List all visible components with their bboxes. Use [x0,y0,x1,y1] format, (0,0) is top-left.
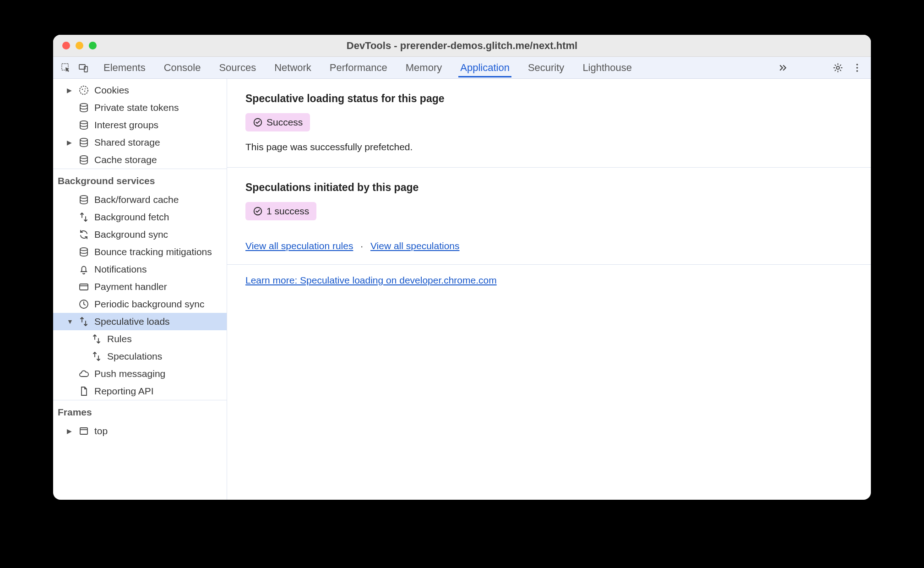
badge-label: 1 success [266,206,309,217]
sidebar-item-label: Back/forward cache [94,194,179,205]
sidebar-item-payment-handler[interactable]: Payment handler [53,278,227,295]
inspect-element-icon[interactable] [59,60,73,75]
database-icon [78,137,90,148]
tab-performance[interactable]: Performance [328,58,389,77]
sidebar-item-rules[interactable]: Rules [53,330,227,348]
sidebar-item-cache-storage[interactable]: Cache storage [53,151,227,169]
sidebar-item-speculations[interactable]: Speculations [53,348,227,365]
bell-icon [78,263,90,275]
sidebar-item-speculative-loads[interactable]: ▼ Speculative loads [53,313,227,330]
view-speculation-rules-link[interactable]: View all speculation rules [245,240,353,251]
sidebar-item-label: Background fetch [94,212,169,223]
sidebar-item-private-state-tokens[interactable]: Private state tokens [53,99,227,116]
status-heading: Speculative loading status for this page [245,93,853,105]
database-icon [78,246,90,258]
database-icon [78,102,90,114]
view-speculations-link[interactable]: View all speculations [370,240,460,251]
sidebar-item-frames-top[interactable]: ▶ top [53,422,227,440]
sidebar-section-frames: Frames [53,400,227,422]
frame-icon [78,425,90,437]
status-description: This page was successfully prefetched. [245,142,853,153]
sidebar-item-label: Payment handler [94,281,167,292]
sidebar-item-reporting-api[interactable]: Reporting API [53,382,227,400]
sidebar-item-label: Bounce tracking mitigations [94,246,212,257]
sidebar-section-background-services: Background services [53,169,227,191]
status-badge: Success [245,113,310,131]
database-icon [78,154,90,166]
sidebar-item-push-messaging[interactable]: Push messaging [53,365,227,382]
sidebar-item-label: Interest groups [94,120,158,131]
speculations-section: Speculations initiated by this page 1 su… [227,168,871,265]
learn-more-link[interactable]: Learn more: Speculative loading on devel… [245,275,497,285]
fetch-icon [91,333,103,345]
sidebar-item-label: top [94,426,108,437]
tab-security[interactable]: Security [526,58,566,77]
learn-more-section: Learn more: Speculative loading on devel… [227,265,871,296]
check-circle-icon [253,117,263,127]
speculations-badge: 1 success [245,202,316,220]
device-toolbar-icon[interactable] [76,60,91,75]
fetch-icon [78,211,90,223]
tab-sources[interactable]: Sources [217,58,258,77]
sidebar-item-bounce-tracking[interactable]: Bounce tracking mitigations [53,243,227,261]
tab-elements[interactable]: Elements [102,58,147,77]
expand-arrow-icon: ▶ [67,139,73,146]
sidebar-item-background-sync[interactable]: Background sync [53,226,227,243]
collapse-arrow-icon: ▼ [67,318,73,325]
sidebar-item-label: Push messaging [94,368,165,379]
speculation-links: View all speculation rules · View all sp… [245,240,853,251]
sidebar-item-shared-storage[interactable]: ▶ Shared storage [53,134,227,151]
sidebar-item-interest-groups[interactable]: Interest groups [53,116,227,134]
maximize-window-button[interactable] [89,42,97,49]
sidebar-item-label: Speculative loads [94,316,170,327]
traffic-lights [62,42,97,49]
minimize-window-button[interactable] [76,42,83,49]
tab-application[interactable]: Application [458,58,511,77]
sync-icon [78,229,90,240]
window-title: DevTools - prerender-demos.glitch.me/nex… [60,40,864,52]
tab-network[interactable]: Network [272,58,313,77]
devtools-toolbar: Elements Console Sources Network Perform… [53,57,871,79]
clock-icon [78,298,90,310]
sidebar-item-label: Private state tokens [94,102,179,113]
file-icon [78,385,90,397]
application-sidebar: ▶ Cookies Private state tokens Interest … [53,79,227,500]
expand-arrow-icon: ▶ [67,427,73,435]
titlebar: DevTools - prerender-demos.glitch.me/nex… [53,35,871,57]
devtools-tabs: Elements Console Sources Network Perform… [102,58,775,77]
sidebar-item-cookies[interactable]: ▶ Cookies [53,82,227,99]
sidebar-item-label: Rules [107,333,132,344]
main-panel: Speculative loading status for this page… [227,79,871,500]
sidebar-item-label: Reporting API [94,386,154,397]
devtools-window: DevTools - prerender-demos.glitch.me/nex… [53,35,871,500]
content: ▶ Cookies Private state tokens Interest … [53,79,871,500]
more-tabs-icon[interactable] [777,62,788,73]
settings-icon[interactable] [832,62,843,73]
sidebar-item-background-fetch[interactable]: Background fetch [53,208,227,226]
tab-console[interactable]: Console [162,58,203,77]
sidebar-item-label: Background sync [94,229,168,240]
sidebar-item-label: Periodic background sync [94,299,204,310]
close-window-button[interactable] [62,42,70,49]
fetch-icon [78,316,90,328]
kebab-menu-icon[interactable] [852,62,863,73]
cookie-icon [78,84,90,96]
tab-memory[interactable]: Memory [404,58,444,77]
link-separator: · [360,240,363,251]
sidebar-item-periodic-sync[interactable]: Periodic background sync [53,295,227,313]
sidebar-item-notifications[interactable]: Notifications [53,261,227,278]
check-circle-icon [253,206,263,216]
sidebar-item-label: Shared storage [94,137,160,148]
expand-arrow-icon: ▶ [67,87,73,94]
status-section: Speculative loading status for this page… [227,79,871,168]
database-icon [78,119,90,131]
sidebar-item-label: Notifications [94,264,147,275]
fetch-icon [91,350,103,362]
speculations-heading: Speculations initiated by this page [245,181,853,194]
sidebar-item-label: Speculations [107,351,162,362]
cloud-icon [78,368,90,380]
database-icon [78,194,90,206]
sidebar-item-label: Cookies [94,85,129,96]
tab-lighthouse[interactable]: Lighthouse [581,58,634,77]
sidebar-item-back-forward-cache[interactable]: Back/forward cache [53,191,227,208]
